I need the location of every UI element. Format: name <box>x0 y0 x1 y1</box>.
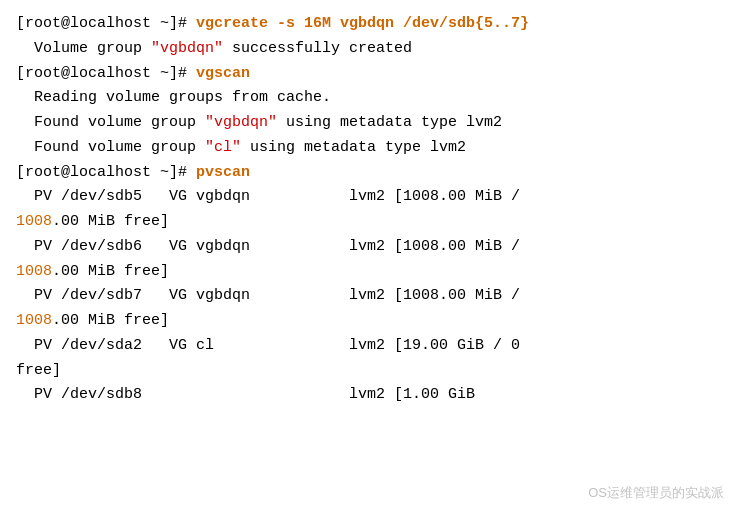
prompt-text: [root@localhost ~]# <box>16 164 196 181</box>
prompt-text: [root@localhost ~]# <box>16 65 196 82</box>
output-text: successfully created <box>223 40 412 57</box>
terminal-line: free] <box>16 359 718 384</box>
number-text: 1008 <box>16 263 52 280</box>
output-text: Volume group <box>16 40 151 57</box>
output-text: .00 MiB free] <box>52 263 169 280</box>
output-text: Found volume group <box>16 114 205 131</box>
terminal-line: [root@localhost ~]# vgscan <box>16 62 718 87</box>
terminal-line: [root@localhost ~]# pvscan <box>16 161 718 186</box>
terminal-line: Found volume group "cl" using metadata t… <box>16 136 718 161</box>
prompt-text: [root@localhost ~]# <box>16 15 196 32</box>
terminal-line: 1008.00 MiB free] <box>16 309 718 334</box>
terminal-line: [root@localhost ~]# vgcreate -s 16M vgbd… <box>16 12 718 37</box>
quoted-text: "vgbdqn" <box>151 40 223 57</box>
output-text: PV /dev/sdb8 lvm2 [1.00 GiB <box>16 386 475 403</box>
output-text: PV /dev/sdb5 VG vgbdqn lvm2 [1008.00 MiB… <box>16 188 520 205</box>
command-text: vgscan <box>196 65 250 82</box>
terminal-line: 1008.00 MiB free] <box>16 260 718 285</box>
terminal-line: Reading volume groups from cache. <box>16 86 718 111</box>
quoted-text: "vgbdqn" <box>205 114 277 131</box>
watermark-text: OS运维管理员的实战派 <box>588 483 724 504</box>
terminal-line: Found volume group "vgbdqn" using metada… <box>16 111 718 136</box>
output-text: Reading volume groups from cache. <box>16 89 331 106</box>
output-text: .00 MiB free] <box>52 312 169 329</box>
number-text: 1008 <box>16 213 52 230</box>
number-text: 1008 <box>16 312 52 329</box>
output-text: PV /dev/sdb6 VG vgbdqn lvm2 [1008.00 MiB… <box>16 238 520 255</box>
quoted-text: "cl" <box>205 139 241 156</box>
terminal-line: PV /dev/sdb5 VG vgbdqn lvm2 [1008.00 MiB… <box>16 185 718 210</box>
terminal-line: PV /dev/sdb8 lvm2 [1.00 GiB <box>16 383 718 408</box>
terminal-line: PV /dev/sda2 VG cl lvm2 [19.00 GiB / 0 <box>16 334 718 359</box>
terminal-line: 1008.00 MiB free] <box>16 210 718 235</box>
output-text: using metadata type lvm2 <box>277 114 502 131</box>
output-text: using metadata type lvm2 <box>241 139 466 156</box>
command-text: vgcreate -s 16M vgbdqn /dev/sdb{5..7} <box>196 15 529 32</box>
output-text: PV /dev/sda2 VG cl lvm2 [19.00 GiB / 0 <box>16 337 520 354</box>
output-text: PV /dev/sdb7 VG vgbdqn lvm2 [1008.00 MiB… <box>16 287 520 304</box>
terminal-window: [root@localhost ~]# vgcreate -s 16M vgbd… <box>0 0 734 514</box>
command-text: pvscan <box>196 164 250 181</box>
output-text: .00 MiB free] <box>52 213 169 230</box>
terminal-line: PV /dev/sdb6 VG vgbdqn lvm2 [1008.00 MiB… <box>16 235 718 260</box>
terminal-line: Volume group "vgbdqn" successfully creat… <box>16 37 718 62</box>
output-text: Found volume group <box>16 139 205 156</box>
terminal-line: PV /dev/sdb7 VG vgbdqn lvm2 [1008.00 MiB… <box>16 284 718 309</box>
output-text: free] <box>16 362 61 379</box>
